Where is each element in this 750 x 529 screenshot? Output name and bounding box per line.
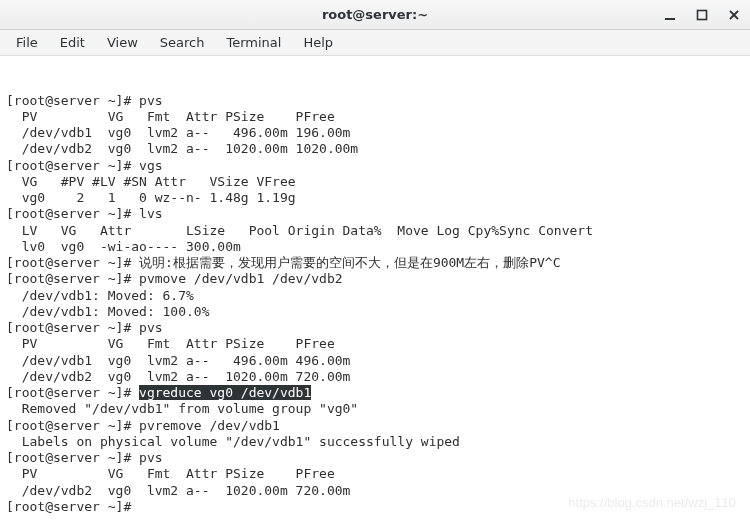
terminal-line: /dev/vdb2 vg0 lvm2 a-- 1020.00m 720.00m: [6, 369, 744, 385]
menu-file[interactable]: File: [6, 32, 48, 53]
window-title: root@server:~: [0, 7, 750, 22]
terminal-line: vg0 2 1 0 wz--n- 1.48g 1.19g: [6, 190, 744, 206]
maximize-button[interactable]: [692, 5, 712, 25]
terminal-line: Labels on physical volume "/dev/vdb1" su…: [6, 434, 744, 450]
terminal-line: PV VG Fmt Attr PSize PFree: [6, 336, 744, 352]
terminal-line: /dev/vdb1: Moved: 6.7%: [6, 288, 744, 304]
minimize-button[interactable]: [660, 5, 680, 25]
svg-rect-1: [698, 10, 707, 19]
maximize-icon: [696, 9, 708, 21]
menubar: File Edit View Search Terminal Help: [0, 30, 750, 56]
close-button[interactable]: [724, 5, 744, 25]
terminal-line: [root@server ~]# pvremove /dev/vdb1: [6, 418, 744, 434]
terminal-line: [root@server ~]# vgreduce vg0 /dev/vdb1: [6, 385, 744, 401]
window-titlebar: root@server:~: [0, 0, 750, 30]
terminal-line: VG #PV #LV #SN Attr VSize VFree: [6, 174, 744, 190]
minimize-icon: [664, 9, 676, 21]
terminal-line: PV VG Fmt Attr PSize PFree: [6, 109, 744, 125]
terminal-line: PV VG Fmt Attr PSize PFree: [6, 466, 744, 482]
terminal-line: /dev/vdb1: Moved: 100.0%: [6, 304, 744, 320]
terminal-line: [root@server ~]# 说明:根据需要，发现用户需要的空间不大，但是在…: [6, 255, 744, 271]
terminal-line: LV VG Attr LSize Pool Origin Data% Move …: [6, 223, 744, 239]
terminal-line: [root@server ~]# pvmove /dev/vdb1 /dev/v…: [6, 271, 744, 287]
menu-terminal[interactable]: Terminal: [216, 32, 291, 53]
terminal-line: [root@server ~]# pvs: [6, 320, 744, 336]
terminal-line: Removed "/dev/vdb1" from volume group "v…: [6, 401, 744, 417]
terminal-line: /dev/vdb1 vg0 lvm2 a-- 496.00m 496.00m: [6, 353, 744, 369]
terminal-line: [root@server ~]#: [6, 499, 744, 515]
menu-view[interactable]: View: [97, 32, 148, 53]
terminal-area[interactable]: https://blog.csdn.net/wzj_110 [root@serv…: [0, 56, 750, 529]
menu-search[interactable]: Search: [150, 32, 215, 53]
terminal-line: [root@server ~]# pvs: [6, 450, 744, 466]
terminal-line: [root@server ~]# lvs: [6, 206, 744, 222]
window-controls: [660, 0, 744, 29]
terminal-line: lv0 vg0 -wi-ao---- 300.00m: [6, 239, 744, 255]
close-icon: [728, 9, 740, 21]
terminal-line: /dev/vdb2 vg0 lvm2 a-- 1020.00m 720.00m: [6, 483, 744, 499]
terminal-line: [root@server ~]# pvs: [6, 93, 744, 109]
menu-edit[interactable]: Edit: [50, 32, 95, 53]
terminal-line: /dev/vdb1 vg0 lvm2 a-- 496.00m 196.00m: [6, 125, 744, 141]
terminal-line: [root@server ~]# vgs: [6, 158, 744, 174]
highlighted-command: vgreduce vg0 /dev/vdb1: [139, 385, 311, 400]
menu-help[interactable]: Help: [293, 32, 343, 53]
terminal-line: /dev/vdb2 vg0 lvm2 a-- 1020.00m 1020.00m: [6, 141, 744, 157]
